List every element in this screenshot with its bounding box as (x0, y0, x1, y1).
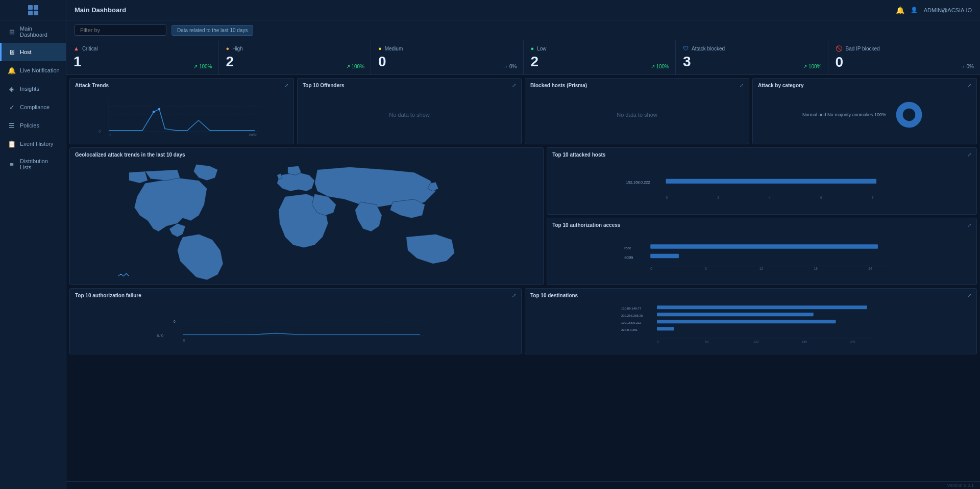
top-attacked-chart: 192.168.0.222 0 2 4 6 8 (552, 172, 971, 200)
svg-text:6: 6 (705, 266, 707, 270)
svg-text:224.0.0.251: 224.0.0.251 (621, 328, 638, 331)
svg-text:60: 60 (705, 340, 709, 343)
svg-text:2: 2 (717, 196, 719, 199)
notification-bell-icon[interactable]: 🔔 (896, 6, 904, 14)
sidebar: ⊞ Main Dashboard 🖥 Host 🔔 Live Notificat… (0, 0, 66, 489)
stats-row: ▲ Critical 1 ↗ 100% ● High 2 ↗ 100% ● Me… (66, 40, 980, 75)
attack-category-legend: Normal and No-majority anomalies 100% (802, 112, 886, 117)
svg-text:239.255.255.25: 239.255.255.25 (621, 314, 643, 317)
blocked-hosts-expand-icon[interactable]: ⤢ (740, 83, 744, 88)
attack-trends-panel: Attack Trends ⤢ 0 6d/6h 0 (69, 78, 294, 144)
top-auth-access-header: Top 10 authorization access ⤢ (547, 218, 976, 230)
top-attacked-hosts-panel: Top 10 attacked hosts ⤢ 192.168.0.222 0 … (547, 147, 977, 215)
attack-trends-body: 0 6d/6h 0 (70, 90, 293, 141)
auth-failure-expand-icon[interactable]: ⤢ (512, 293, 516, 298)
stat-medium-header: ● Medium (378, 45, 516, 52)
svg-rect-12 (666, 178, 876, 183)
right-panels: Top 10 attacked hosts ⤢ 192.168.0.222 0 … (547, 147, 977, 285)
sidebar-item-host[interactable]: 🖥 Host (0, 43, 66, 61)
auth-failure-title: Top 10 authorization failure (75, 293, 141, 298)
svg-text:auto: auto (157, 333, 163, 337)
svg-text:8: 8 (872, 196, 874, 199)
version-text: Version 5.2.1 (947, 483, 974, 488)
sidebar-item-label: Main Dashboard (20, 25, 60, 38)
top-auth-access-panel: Top 10 authorization access ⤢ root acsia… (547, 218, 977, 285)
svg-text:root: root (624, 245, 631, 250)
app-logo-icon (28, 5, 38, 15)
svg-text:12: 12 (760, 266, 764, 270)
geo-title: Geolocalized attack trends in the last 1… (75, 152, 185, 158)
sidebar-item-live-notification[interactable]: 🔔 Live Notification (0, 61, 66, 80)
sidebar-item-main-dashboard[interactable]: ⊞ Main Dashboard (0, 20, 66, 43)
sidebar-item-label: Live Notification (20, 67, 60, 73)
svg-text:0: 0 (174, 319, 176, 323)
svg-rect-36 (657, 305, 867, 309)
stat-critical-value: 1 (74, 55, 211, 69)
bell-icon: 🔔 (8, 66, 16, 74)
stat-high: ● High 2 ↗ 100% (219, 40, 372, 74)
stat-attack-blocked-value: 3 (683, 55, 821, 69)
host-icon: 🖥 (8, 48, 16, 56)
sidebar-item-distribution-lists[interactable]: ≡ Distribution Lists (0, 153, 66, 175)
top-offenders-expand-icon[interactable]: ⤢ (512, 83, 516, 88)
top-auth-access-body: root acsia 0 6 12 18 24 (547, 230, 976, 282)
donut-chart (891, 97, 927, 133)
top-offenders-body: No data to show (298, 90, 521, 141)
svg-text:130.89.148.77: 130.89.148.77 (621, 306, 642, 310)
stat-critical-trend: ↗ 100% (193, 64, 212, 69)
auth-failure-header: Top 10 authorization failure ⤢ (70, 289, 521, 300)
stat-medium-value: 0 (378, 55, 516, 69)
sidebar-item-label: Compliance (20, 104, 50, 110)
top-destinations-expand-icon[interactable]: ⤢ (967, 293, 971, 298)
svg-text:0: 0 (109, 133, 111, 137)
stat-low-label: Low (537, 46, 546, 52)
attack-category-header: Attack by category ⤢ (753, 79, 976, 90)
stat-critical: ▲ Critical 1 ↗ 100% (66, 40, 219, 74)
donut-container: Normal and No-majority anomalies 100% (758, 92, 971, 137)
topbar: Main Dashboard 🔔 👤 ADMIN@ACSIA.IO (66, 0, 980, 20)
stat-high-value: 2 (226, 55, 364, 69)
critical-icon: ▲ (74, 45, 79, 52)
sidebar-item-label: Insights (20, 86, 39, 92)
top-offenders-title: Top 10 Offenders (303, 83, 345, 88)
blocked-hosts-panel: Blocked hosts (Prisma) ⤢ No data to show (525, 78, 749, 144)
top-auth-access-title: Top 10 authorization access (552, 222, 620, 228)
stat-high-trend: ↗ 100% (346, 64, 364, 69)
bad-ip-icon: 🚫 (836, 45, 843, 52)
sidebar-item-event-history[interactable]: 📋 Event History (0, 135, 66, 153)
top-attacked-body: 192.168.0.222 0 2 4 6 8 (547, 160, 976, 212)
attack-trends-expand-icon[interactable]: ⤢ (284, 83, 288, 88)
filter-input[interactable] (75, 24, 166, 36)
blocked-hosts-header: Blocked hosts (Prisma) ⤢ (525, 79, 749, 90)
filter-badge: Data related to the last 10 days (172, 25, 253, 36)
user-icon: 👤 (911, 7, 918, 13)
top-offenders-header: Top 10 Offenders ⤢ (298, 79, 521, 90)
version-bar: Version 5.2.1 (66, 481, 980, 489)
sidebar-item-label: Event History (20, 141, 53, 147)
top-offenders-no-data: No data to show (389, 112, 430, 118)
main-content: Main Dashboard 🔔 👤 ADMIN@ACSIA.IO Data r… (66, 0, 980, 489)
world-map-svg (74, 162, 539, 280)
stat-bad-ip-value: 0 (836, 55, 973, 69)
sidebar-item-policies[interactable]: ☰ Policies (0, 116, 66, 135)
svg-rect-38 (657, 313, 814, 316)
sidebar-item-insights[interactable]: ◈ Insights (0, 80, 66, 98)
insights-icon: ◈ (8, 85, 16, 93)
top-auth-access-chart: root acsia 0 6 12 18 24 (552, 240, 971, 273)
dashboard-grid: Attack Trends ⤢ 0 6d/6h 0 (66, 75, 980, 481)
stat-bad-ip-trend: → 0% (960, 64, 974, 69)
topbar-right: 🔔 👤 ADMIN@ACSIA.IO (896, 6, 972, 14)
svg-text:0: 0 (666, 196, 668, 199)
attack-category-expand-icon[interactable]: ⤢ (967, 83, 971, 88)
filter-bar: Data related to the last 10 days (66, 20, 980, 40)
distribution-icon: ≡ (8, 160, 16, 168)
blocked-hosts-no-data: No data to show (617, 112, 657, 118)
event-history-icon: 📋 (8, 140, 16, 148)
top-auth-access-expand-icon[interactable]: ⤢ (967, 222, 971, 228)
sidebar-item-compliance[interactable]: ✓ Compliance (0, 98, 66, 116)
stat-critical-label: Critical (82, 46, 98, 52)
stat-low-value: 2 (531, 55, 669, 69)
top-offenders-panel: Top 10 Offenders ⤢ No data to show (297, 78, 522, 144)
top-attacked-expand-icon[interactable]: ⤢ (967, 152, 971, 158)
stat-low-header: ● Low (531, 45, 669, 52)
